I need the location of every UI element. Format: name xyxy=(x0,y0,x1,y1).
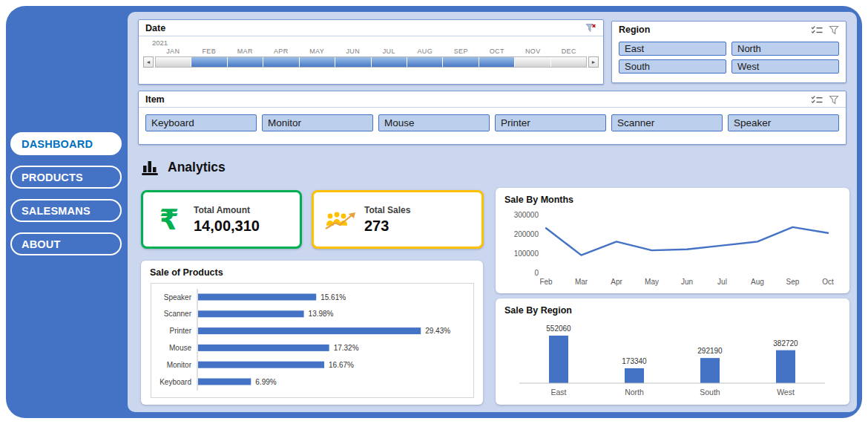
month-label-oct: OCT xyxy=(479,48,516,55)
svg-text:North: North xyxy=(625,388,644,397)
slicer-button-north[interactable]: North xyxy=(731,42,839,56)
timeline-cell-may[interactable] xyxy=(300,57,335,67)
timeline-row: ◄ ► xyxy=(139,55,603,68)
sidebar-item-products[interactable]: PRODUCTS xyxy=(10,166,122,189)
svg-text:Monitor: Monitor xyxy=(167,361,192,369)
month-label-jun: JUN xyxy=(335,48,372,55)
timeline-cell-mar[interactable] xyxy=(228,57,263,67)
timeline-cell-feb[interactable] xyxy=(191,57,227,67)
svg-text:Apr: Apr xyxy=(611,278,622,286)
timeline-month-labels: JANFEBMARAPRMAYJUNJULAUGSEPOCTNOVDEC xyxy=(139,47,603,55)
month-label-nov: NOV xyxy=(515,48,551,55)
sale-of-products-title: Sale of Products xyxy=(141,261,483,278)
svg-text:South: South xyxy=(700,388,720,397)
clear-date-filter-icon[interactable] xyxy=(585,23,596,33)
total-sales-value: 273 xyxy=(364,218,410,235)
sale-by-region-panel: Sale By Region 552060East173340North2921… xyxy=(496,299,849,405)
clear-item-filter-icon[interactable] xyxy=(829,95,839,105)
svg-text:17.32%: 17.32% xyxy=(334,344,359,352)
svg-text:300000: 300000 xyxy=(514,211,539,219)
sidebar-item-salesmans[interactable]: SALESMANS xyxy=(10,199,122,222)
clear-region-filter-icon[interactable] xyxy=(829,25,839,35)
svg-text:13.98%: 13.98% xyxy=(309,310,334,318)
multi-select-icon[interactable] xyxy=(811,95,823,105)
month-label-aug: AUG xyxy=(407,48,444,55)
slicer-button-printer[interactable]: Printer xyxy=(495,114,606,131)
timeline-cell-oct[interactable] xyxy=(479,57,515,67)
region-slicer-header: Region xyxy=(612,22,846,37)
timeline-cell-apr[interactable] xyxy=(263,57,299,67)
dashboard-page: DASHBOARDPRODUCTSSALESMANSABOUT Date 202… xyxy=(0,0,868,424)
item-slicer-title: Item xyxy=(145,94,165,105)
slicer-button-monitor[interactable]: Monitor xyxy=(262,114,373,131)
sidebar-item-about[interactable]: ABOUT xyxy=(10,232,122,255)
svg-text:May: May xyxy=(645,278,659,286)
month-label-feb: FEB xyxy=(191,48,228,55)
svg-text:Keyboard: Keyboard xyxy=(160,378,191,386)
date-slicer: Date 2021 JANFEBMARAPRMAYJUNJULAUGSEPOCT… xyxy=(138,19,604,85)
svg-text:292190: 292190 xyxy=(697,347,723,355)
slicer-button-mouse[interactable]: Mouse xyxy=(378,114,490,131)
svg-text:200000: 200000 xyxy=(514,230,539,238)
timeline-cell-dec[interactable] xyxy=(551,57,586,67)
svg-text:0: 0 xyxy=(534,269,539,277)
slicer-button-west[interactable]: West xyxy=(731,59,839,74)
timeline-year-label: 2021 xyxy=(139,36,603,47)
sale-of-products-chart-area: Speaker15.61%Scanner13.98%Printer29.43%M… xyxy=(151,283,474,398)
month-label-apr: APR xyxy=(263,48,300,55)
svg-text:Scanner: Scanner xyxy=(164,310,192,318)
total-sales-card: Total Sales 273 xyxy=(312,190,484,249)
timeline-cell-jan[interactable] xyxy=(156,57,191,67)
svg-text:382720: 382720 xyxy=(773,339,798,348)
timeline-cell-jul[interactable] xyxy=(372,57,407,67)
svg-text:29.43%: 29.43% xyxy=(425,327,450,335)
sale-by-months-title: Sale By Months xyxy=(496,188,849,205)
timeline-cell-nov[interactable] xyxy=(515,57,550,67)
sale-of-products-panel: Sale of Products Speaker15.61%Scanner13.… xyxy=(141,261,483,405)
svg-text:552060: 552060 xyxy=(546,324,571,333)
month-label-jan: JAN xyxy=(155,48,191,55)
svg-text:Sep: Sep xyxy=(786,278,800,286)
sale-by-months-chart: 0100000200000300000FebMarAprMayJunJulAug… xyxy=(502,207,841,290)
total-amount-label: Total Amount xyxy=(194,205,260,215)
timeline-right-arrow[interactable]: ► xyxy=(588,56,599,68)
sidebar-nav: DASHBOARDPRODUCTSSALESMANSABOUT xyxy=(10,132,122,255)
svg-text:Aug: Aug xyxy=(751,278,764,286)
svg-text:Mar: Mar xyxy=(575,278,588,286)
region-slicer: Region EastNorthSouthWest xyxy=(611,21,846,83)
slicer-button-south[interactable]: South xyxy=(619,59,726,74)
month-label-may: MAY xyxy=(299,48,335,55)
sidebar-item-dashboard[interactable]: DASHBOARD xyxy=(10,132,122,155)
svg-text:173340: 173340 xyxy=(622,357,647,365)
timeline-cell-aug[interactable] xyxy=(407,57,443,67)
multi-select-icon[interactable] xyxy=(811,25,823,35)
sale-by-region-chart: 552060East173340North292190South382720We… xyxy=(502,318,841,402)
item-slicer-header: Item xyxy=(139,91,846,108)
analytics-title: Analytics xyxy=(168,160,226,175)
svg-text:6.99%: 6.99% xyxy=(255,378,276,386)
slicer-button-east[interactable]: East xyxy=(619,42,726,56)
analytics-header: Analytics xyxy=(139,157,226,177)
timeline-cell-sep[interactable] xyxy=(443,57,479,67)
month-label-sep: SEP xyxy=(443,48,479,55)
timeline-cell-jun[interactable] xyxy=(335,57,371,67)
sale-by-months-chart-area: 0100000200000300000FebMarAprMayJunJulAug… xyxy=(502,207,841,293)
svg-text:East: East xyxy=(550,388,566,397)
svg-text:16.67%: 16.67% xyxy=(329,361,354,369)
month-label-mar: MAR xyxy=(227,48,263,55)
slicer-button-speaker[interactable]: Speaker xyxy=(728,114,839,131)
region-slicer-title: Region xyxy=(619,25,650,35)
item-buttons: KeyboardMonitorMousePrinterScannerSpeake… xyxy=(139,108,846,138)
timeline-track[interactable] xyxy=(155,56,587,68)
svg-text:100000: 100000 xyxy=(514,249,539,258)
rupee-icon: ₹ xyxy=(151,206,188,234)
total-amount-card: ₹ Total Amount 14,00,310 xyxy=(141,190,302,249)
slicer-button-scanner[interactable]: Scanner xyxy=(611,114,723,131)
svg-text:West: West xyxy=(777,388,795,397)
svg-text:Mouse: Mouse xyxy=(169,344,191,352)
month-label-dec: DEC xyxy=(551,48,588,55)
sale-by-region-chart-area: 552060East173340North292190South382720We… xyxy=(502,318,841,405)
slicer-button-keyboard[interactable]: Keyboard xyxy=(145,114,257,131)
svg-text:15.61%: 15.61% xyxy=(320,293,346,301)
timeline-left-arrow[interactable]: ◄ xyxy=(143,56,154,68)
